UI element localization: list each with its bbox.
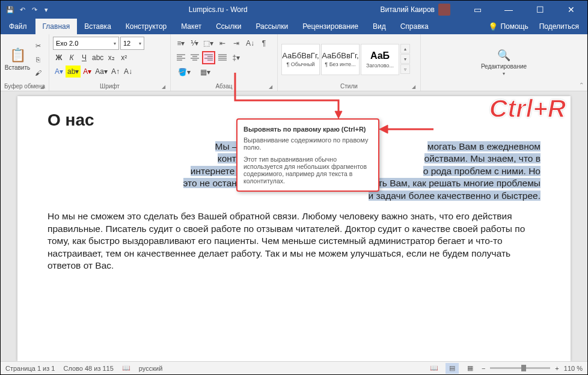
page-indicator[interactable]: Страница 1 из 1 [5,365,55,372]
keyboard-shortcut-annotation: Ctrl+R [489,94,566,123]
avatar[interactable] [438,4,450,16]
font-size-select[interactable]: 12▾ [120,37,144,50]
svg-marker-16 [335,111,342,118]
text-effects-button[interactable]: A▾ [53,66,65,78]
style-no-spacing[interactable]: АаБбВвГг,¶ Без инте... [321,44,360,75]
tab-design[interactable]: Конструктор [118,19,174,34]
paragraph-2[interactable]: Но мы не сможем это сделать без Вашей об… [47,210,541,272]
format-painter-button[interactable]: 🖌 [32,67,44,79]
share-label: Поделиться [539,22,579,31]
statusbar: Страница 1 из 1 Слово 48 из 115 📖 русски… [1,361,587,374]
quick-access-toolbar: 💾 ↶ ↷ ▾ [1,5,56,14]
font-dialog-launcher[interactable]: ◢ [162,84,165,90]
paste-label: Вставить [5,64,30,71]
underline-button[interactable]: Ч [78,52,90,64]
align-left-button[interactable] [174,51,188,64]
align-center-button[interactable] [188,51,201,64]
tab-home[interactable]: Главная [35,19,78,34]
ribbon-options-button[interactable]: ▭ [464,1,491,19]
window-title: Lumpics.ru - Word [56,5,380,14]
tab-mailings[interactable]: Рассылки [248,19,295,34]
cut-button[interactable]: ✂ [32,40,44,52]
share-button[interactable]: Поделиться [534,22,584,31]
undo-icon[interactable]: ↶ [17,5,27,14]
font-name-select[interactable]: Exo 2.0▾ [53,37,119,50]
increase-indent-button[interactable]: ⇥ [230,37,243,50]
arrow-left-icon [378,121,438,139]
svg-marker-18 [379,125,388,133]
find-icon: 🔍 [497,49,510,62]
zoom-slider[interactable] [490,367,550,369]
numbering-button[interactable]: ⅟▾ [188,37,201,50]
tell-me[interactable]: 💡Помощь [483,22,533,31]
shrink-font-button[interactable]: A↓ [122,66,134,78]
tooltip-title: Выровнять по правому краю (Ctrl+R) [243,126,372,133]
highlight-button[interactable]: ab▾ [66,66,81,78]
sort-button[interactable]: A↓ [243,37,257,50]
font-color-button[interactable]: A▾ [81,66,93,78]
minimize-button[interactable]: — [495,1,522,19]
style-normal[interactable]: АаБбВвГг,¶ Обычный [281,44,320,75]
align-right-button[interactable] [202,51,215,64]
clipboard-dialog-launcher[interactable]: ◢ [40,84,44,90]
align-right-tooltip: Выровнять по правому краю (Ctrl+R) Вырав… [236,118,379,192]
bullets-button[interactable]: ≡▾ [174,37,188,50]
tooltip-extra: Этот тип выравнивания обычно используетс… [243,156,372,184]
web-layout-button[interactable]: ▦ [464,363,477,374]
word-count[interactable]: Слово 48 из 115 [63,365,113,372]
maximize-button[interactable]: ☐ [526,1,554,19]
bulb-icon: 💡 [488,22,498,31]
tab-help[interactable]: Справка [393,19,436,34]
group-editing-label [424,88,583,91]
editing-button[interactable]: 🔍 Редактирование ▾ [491,37,517,88]
print-layout-button[interactable]: ▤ [446,363,459,374]
zoom-level[interactable]: 110 % [564,365,583,372]
tab-layout[interactable]: Макет [174,19,209,34]
titlebar: 💾 ↶ ↷ ▾ Lumpics.ru - Word Виталий Каиров… [1,1,587,19]
qat-customize-icon[interactable]: ▾ [41,5,51,14]
language-indicator[interactable]: русский [139,365,162,372]
strike-button[interactable]: abc [91,52,105,64]
arrow-down-icon [230,72,369,120]
change-case-button[interactable]: Aa▾ [94,66,109,78]
group-clipboard: 📋 Вставить ✂ ⎘ 🖌 Буфер обмена◢ [1,34,49,91]
tab-review[interactable]: Рецензирование [295,19,366,34]
bold-button[interactable]: Ж [53,52,65,64]
editing-label: Редактирование [481,63,527,70]
style-heading1[interactable]: АаБЗаголово... [361,44,399,75]
group-clipboard-label: Буфер обмена◢ [4,82,45,91]
borders-button[interactable]: ▦▾ [195,66,216,79]
proofing-icon[interactable]: 📖 [122,364,130,372]
zoom-in-button[interactable]: + [555,365,559,372]
superscript-button[interactable]: x² [118,52,130,64]
redo-icon[interactable]: ↷ [29,5,39,14]
titlebar-right: Виталий Каиров ▭ — ☐ ✕ [380,1,587,19]
group-font: Exo 2.0▾ 12▾ Ж К Ч abc x₂ x² A▾ ab▾ A▾ A… [49,34,171,91]
line-spacing-button[interactable]: ‡▾ [230,51,243,64]
group-editing: 🔍 Редактирование ▾ [421,34,587,91]
tooltip-description: Выравнивание содержимого по правому полю… [243,136,372,151]
tab-view[interactable]: Вид [366,19,393,34]
read-mode-button[interactable]: 📖 [427,363,441,374]
username[interactable]: Виталий Каиров [380,5,435,14]
align-justify-button[interactable] [216,51,229,64]
tell-me-label: Помощь [500,22,528,31]
collapse-ribbon-button[interactable]: ⌃ [579,82,584,88]
zoom-out-button[interactable]: − [482,365,485,372]
copy-button[interactable]: ⎘ [32,53,44,66]
tab-insert[interactable]: Вставка [77,19,118,34]
tab-references[interactable]: Ссылки [209,19,248,34]
styles-scroll[interactable]: ▴▾▿ [400,44,410,75]
decrease-indent-button[interactable]: ⇤ [216,37,229,50]
styles-dialog-launcher[interactable]: ◢ [412,84,415,90]
multilevel-button[interactable]: ⬚▾ [202,37,215,50]
show-marks-button[interactable]: ¶ [257,37,271,50]
tab-file[interactable]: Файл [1,19,35,34]
grow-font-button[interactable]: A↑ [109,66,121,78]
italic-button[interactable]: К [66,52,78,64]
save-icon[interactable]: 💾 [5,5,15,14]
close-button[interactable]: ✕ [557,1,585,19]
shading-button[interactable]: 🪣▾ [174,66,195,79]
paste-button[interactable]: 📋 Вставить [4,37,31,82]
subscript-button[interactable]: x₂ [105,52,117,64]
